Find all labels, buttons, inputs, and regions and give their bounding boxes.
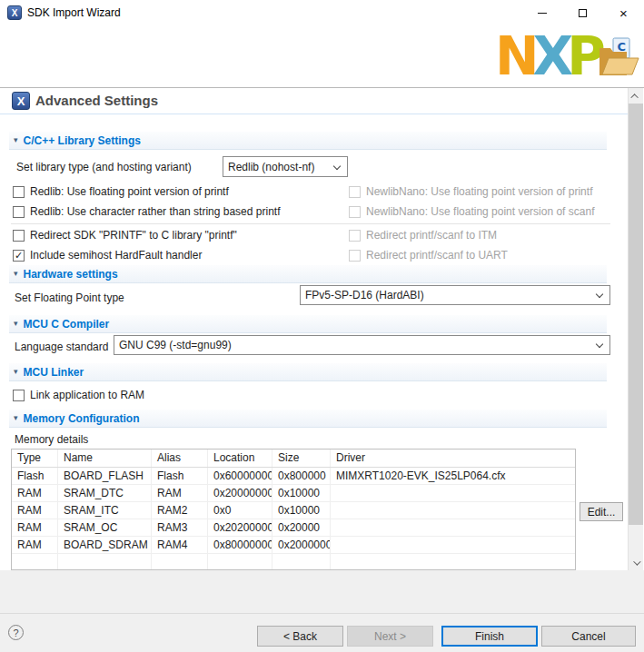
column-header[interactable]: Alias	[152, 449, 208, 467]
arrow-up-icon	[630, 94, 638, 101]
finish-button[interactable]: Finish	[441, 626, 538, 647]
column-header[interactable]: Location	[208, 449, 272, 467]
section-header-library-settings[interactable]: ▾ C/C++ Library Settings	[9, 132, 607, 150]
language-standard-dropdown[interactable]: GNU C99 (-std=gnu99)	[114, 335, 610, 355]
cell-driver	[331, 485, 575, 501]
close-icon: ×	[619, 5, 628, 21]
cell-type: Flash	[12, 468, 58, 484]
table-row[interactable]: RAM SRAM_ITC RAM2 0x0 0x10000	[12, 502, 575, 519]
chevron-down-icon	[596, 291, 603, 298]
library-type-label: Set library type (and hosting variant)	[16, 161, 192, 173]
checkbox-box[interactable]	[13, 186, 25, 198]
maximize-icon	[579, 9, 587, 17]
table-header-row: Type Name Alias Location Size Driver	[12, 449, 575, 468]
checkbox-redirect-sdk-printf[interactable]: Redirect SDK "PRINTF" to C library "prin…	[13, 228, 237, 242]
checkbox-link-to-ram[interactable]: Link application to RAM	[13, 388, 144, 402]
cell-name: SRAM_OC	[58, 519, 152, 536]
section-title: Hardware settings	[24, 268, 118, 281]
checkbox-box[interactable]: ✓	[13, 250, 25, 262]
minimize-button[interactable]	[521, 0, 562, 25]
back-button[interactable]: < Back	[257, 626, 343, 647]
checkbox-box	[349, 230, 361, 242]
logo-band: NXP C	[0, 25, 644, 87]
check-icon: ✓	[15, 251, 23, 261]
cell-driver	[331, 502, 575, 519]
language-standard-value: GNU C99 (-std=gnu99)	[119, 339, 232, 351]
scrollbar-up-button[interactable]	[629, 89, 643, 103]
checkbox-newlibnano-float-scanf: NewlibNano: Use floating point version o…	[349, 204, 594, 219]
cell-location: 0x20200000	[208, 519, 272, 536]
library-type-dropdown[interactable]: Redlib (nohost-nf)	[223, 156, 348, 177]
app-icon: X	[7, 5, 22, 20]
cell-name: SRAM_DTC	[58, 485, 152, 501]
nxp-logo: NXP C	[495, 29, 640, 84]
section-header-mcu-c-compiler[interactable]: ▾ MCU C Compiler	[9, 315, 607, 333]
cell-size: 0x800000	[272, 468, 331, 484]
cell-location: 0x0	[208, 502, 272, 519]
column-header[interactable]: Name	[58, 449, 152, 467]
checkbox-redirect-itm: Redirect printf/scanf to ITM	[349, 228, 497, 242]
table-row[interactable]: Flash BOARD_FLASH Flash 0x60000000 0x800…	[12, 468, 575, 485]
fpu-type-label: Set Floating Point type	[15, 291, 124, 304]
cell-driver	[331, 537, 575, 553]
column-header[interactable]: Type	[12, 449, 58, 467]
column-header[interactable]: Size	[272, 449, 331, 467]
cell-empty	[58, 554, 152, 570]
cell-size: 0x10000	[272, 485, 331, 501]
cell-alias: RAM	[152, 485, 208, 501]
collapse-icon: ▾	[14, 136, 18, 144]
section-title: MCU Linker	[24, 366, 84, 379]
collapse-icon: ▾	[14, 320, 18, 328]
cancel-button[interactable]: Cancel	[541, 626, 636, 647]
vertical-scrollbar[interactable]	[628, 88, 643, 570]
app-icon-glyph: X	[12, 8, 18, 18]
checkbox-redlib-float-printf[interactable]: Redlib: Use floating point version of pr…	[13, 184, 229, 199]
table-row[interactable]: RAM SRAM_OC RAM3 0x20200000 0x20000	[12, 519, 575, 537]
table-row[interactable]: RAM BOARD_SDRAM RAM4 0x80000000 0x200000…	[12, 537, 575, 554]
section-header-hardware-settings[interactable]: ▾ Hardware settings	[9, 265, 607, 283]
page-title: Advanced Settings	[35, 93, 158, 108]
scrollbar-down-button[interactable]	[629, 556, 643, 569]
cell-location: 0x20000000	[208, 485, 272, 501]
cell-type: RAM	[12, 485, 58, 501]
c-folder-icon: C	[599, 38, 639, 75]
collapse-icon: ▾	[14, 270, 18, 278]
checkbox-newlibnano-float-printf: NewlibNano: Use floating point version o…	[349, 184, 592, 199]
scrollbar-thumb[interactable]	[629, 104, 643, 525]
table-row[interactable]: RAM SRAM_DTC RAM 0x20000000 0x10000	[12, 485, 575, 502]
checkbox-label: NewlibNano: Use floating point version o…	[366, 185, 592, 198]
cell-type: RAM	[12, 519, 58, 536]
edit-button[interactable]: Edit...	[580, 502, 623, 521]
checkbox-box	[349, 206, 361, 218]
memory-table[interactable]: Type Name Alias Location Size Driver Fla…	[11, 449, 576, 570]
close-button[interactable]: ×	[603, 0, 644, 25]
section-header-memory-configuration[interactable]: ▾ Memory Configuration	[9, 410, 607, 428]
cell-location: 0x80000000	[208, 537, 272, 553]
checkbox-label: Redlib: Use floating point version of pr…	[30, 185, 229, 198]
cell-name: BOARD_FLASH	[58, 468, 152, 484]
fpu-type-dropdown[interactable]: FPv5-SP-D16 (HardABI)	[300, 285, 610, 305]
maximize-button[interactable]	[562, 0, 603, 25]
checkbox-semihost-hardfault[interactable]: ✓ Include semihost HardFault handler	[13, 248, 202, 262]
help-button[interactable]: ?	[8, 625, 24, 640]
section-title: MCU C Compiler	[24, 318, 110, 331]
cell-type: RAM	[12, 502, 58, 519]
section-header-mcu-linker[interactable]: ▾ MCU Linker	[9, 363, 607, 381]
cell-driver	[331, 519, 575, 536]
checkbox-redlib-char-printf[interactable]: Redlib: Use character rather than string…	[13, 204, 280, 219]
checkbox-box[interactable]	[13, 206, 25, 218]
checkbox-box[interactable]	[13, 230, 25, 242]
wizard-page-icon: X	[12, 92, 30, 110]
footer: ? < Back Next > Finish Cancel	[0, 570, 644, 652]
checkbox-box[interactable]	[13, 390, 25, 401]
checkbox-label: Redlib: Use character rather than string…	[30, 205, 280, 218]
checkbox-group-divider	[11, 223, 610, 224]
checkbox-label: Redirect printf/scanf to UART	[366, 249, 508, 262]
cell-size: 0x2000000	[272, 537, 331, 553]
cell-driver: MIMXRT1020-EVK_IS25LP064.cfx	[331, 468, 575, 484]
checkbox-label: Link application to RAM	[30, 389, 144, 401]
table-row-empty	[12, 554, 575, 570]
cell-size: 0x10000	[272, 502, 331, 519]
column-header[interactable]: Driver	[331, 449, 575, 467]
checkbox-box	[349, 186, 361, 198]
